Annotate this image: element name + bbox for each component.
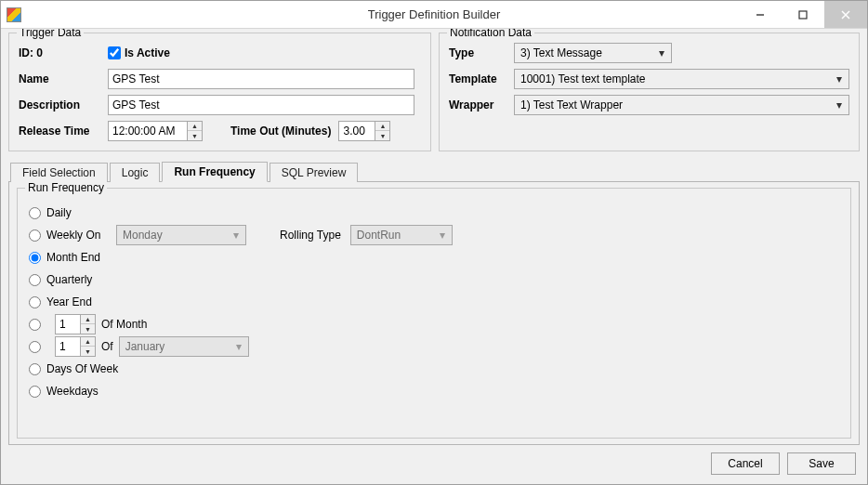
svg-rect-1 bbox=[799, 11, 807, 19]
name-input[interactable] bbox=[108, 69, 414, 89]
is-active-label: Is Active bbox=[125, 46, 170, 59]
radio-year-end-label: Year End bbox=[46, 295, 92, 308]
radio-of-month[interactable] bbox=[29, 319, 49, 331]
radio-weekdays-input[interactable] bbox=[29, 386, 41, 398]
window-title: Trigger Definition Builder bbox=[1, 7, 867, 21]
rolling-type-label: Rolling Type bbox=[280, 229, 341, 242]
radio-daily[interactable]: Daily bbox=[29, 206, 111, 219]
release-time-up[interactable]: ▲ bbox=[188, 122, 202, 131]
rolling-type-value: DontRun bbox=[357, 229, 435, 242]
release-time-down[interactable]: ▼ bbox=[188, 131, 202, 140]
save-button[interactable]: Save bbox=[787, 452, 856, 475]
template-label: Template bbox=[449, 72, 514, 85]
time-out-up[interactable]: ▲ bbox=[375, 122, 389, 131]
description-label: Description bbox=[19, 98, 108, 111]
of-month-input[interactable] bbox=[55, 314, 81, 334]
rolling-type-combo[interactable]: DontRun ▾ bbox=[350, 225, 453, 245]
tab-run-frequency[interactable]: Run Frequency bbox=[162, 162, 267, 182]
of-monthname-value: January bbox=[125, 340, 231, 353]
time-out-input[interactable] bbox=[338, 121, 375, 141]
radio-year-end-input[interactable] bbox=[29, 296, 41, 308]
cancel-button[interactable]: Cancel bbox=[711, 452, 780, 475]
description-input[interactable] bbox=[108, 95, 414, 115]
minimize-button[interactable] bbox=[739, 1, 782, 28]
notification-data-legend: Notification Data bbox=[447, 29, 534, 39]
radio-daily-label: Daily bbox=[46, 206, 72, 219]
client-area: Trigger Data ID: 0 Is Active Name Descri… bbox=[1, 29, 867, 484]
radio-weekdays[interactable]: Weekdays bbox=[29, 385, 111, 398]
maximize-button[interactable] bbox=[782, 1, 824, 28]
run-frequency-legend: Run Frequency bbox=[25, 181, 107, 194]
radio-weekly-on-input[interactable] bbox=[29, 229, 41, 242]
of-month-up[interactable]: ▲ bbox=[81, 315, 95, 324]
template-value: 10001) Test text template bbox=[520, 72, 832, 85]
radio-daily-input[interactable] bbox=[29, 207, 41, 219]
groupbox-notification-data: Notification Data Type 3) Text Message ▾… bbox=[439, 33, 860, 151]
tabpanel-run-frequency: Run Frequency Daily Weekly On Monday bbox=[8, 181, 860, 445]
radio-quarterly[interactable]: Quarterly bbox=[29, 273, 111, 286]
is-active-input[interactable] bbox=[108, 46, 121, 59]
weekly-day-combo[interactable]: Monday ▾ bbox=[116, 225, 246, 245]
weekly-day-value: Monday bbox=[123, 229, 229, 242]
radio-days-of-week-input[interactable] bbox=[29, 363, 41, 375]
of-monthname-up[interactable]: ▲ bbox=[81, 337, 95, 347]
window: Trigger Definition Builder Trigger Data … bbox=[0, 0, 868, 485]
of-label: Of bbox=[101, 340, 113, 353]
radio-days-of-week[interactable]: Days Of Week bbox=[29, 362, 140, 375]
tab-field-selection[interactable]: Field Selection bbox=[10, 163, 108, 182]
window-controls bbox=[739, 1, 867, 28]
of-monthname-combo[interactable]: January ▾ bbox=[119, 336, 249, 357]
time-out-label: Time Out (Minutes) bbox=[230, 125, 331, 138]
of-monthname-down[interactable]: ▼ bbox=[81, 347, 95, 356]
app-icon bbox=[7, 7, 21, 22]
radio-days-of-week-label: Days Of Week bbox=[46, 362, 118, 375]
groupbox-run-frequency: Run Frequency Daily Weekly On Monday bbox=[17, 188, 851, 439]
release-time-label: Release Time bbox=[19, 125, 108, 138]
radio-of-month-input[interactable] bbox=[29, 319, 41, 331]
top-row: Trigger Data ID: 0 Is Active Name Descri… bbox=[8, 33, 860, 151]
close-button[interactable] bbox=[824, 1, 867, 28]
release-time-input[interactable] bbox=[108, 121, 188, 141]
chevron-down-icon: ▾ bbox=[832, 96, 847, 114]
radio-of-monthname[interactable] bbox=[29, 341, 49, 353]
radio-weekdays-label: Weekdays bbox=[46, 385, 99, 398]
chevron-down-icon: ▾ bbox=[654, 44, 669, 62]
wrapper-value: 1) Test Text Wrapper bbox=[520, 98, 832, 111]
radio-month-end-input[interactable] bbox=[29, 252, 41, 264]
tab-logic[interactable]: Logic bbox=[110, 163, 161, 182]
wrapper-combo[interactable]: 1) Test Text Wrapper ▾ bbox=[514, 95, 849, 115]
of-month-spinner[interactable]: ▲ ▼ bbox=[55, 314, 96, 334]
name-label: Name bbox=[19, 72, 108, 85]
chevron-down-icon: ▾ bbox=[435, 226, 450, 244]
radio-of-monthname-input[interactable] bbox=[29, 341, 41, 353]
radio-weekly-on[interactable]: Weekly On bbox=[29, 229, 111, 242]
of-month-down[interactable]: ▼ bbox=[81, 324, 95, 334]
release-time-spinner[interactable]: ▲ ▼ bbox=[108, 121, 203, 141]
type-label: Type bbox=[449, 46, 514, 59]
of-monthname-input[interactable] bbox=[55, 336, 81, 357]
radio-month-end[interactable]: Month End bbox=[29, 251, 111, 264]
dialog-buttons: Cancel Save bbox=[8, 445, 860, 477]
of-monthname-spinner[interactable]: ▲ ▼ bbox=[55, 336, 96, 357]
chevron-down-icon: ▾ bbox=[832, 70, 847, 88]
radio-weekly-on-label: Weekly On bbox=[46, 229, 100, 242]
template-combo[interactable]: 10001) Test text template ▾ bbox=[514, 69, 849, 89]
radio-quarterly-input[interactable] bbox=[29, 274, 41, 286]
tab-sql-preview[interactable]: SQL Preview bbox=[270, 163, 359, 182]
trigger-data-legend: Trigger Data bbox=[17, 29, 84, 39]
tab-strip: Field Selection Logic Run Frequency SQL … bbox=[8, 161, 860, 181]
radio-quarterly-label: Quarterly bbox=[46, 273, 92, 286]
of-month-label: Of Month bbox=[101, 318, 147, 331]
time-out-down[interactable]: ▼ bbox=[375, 131, 389, 140]
titlebar: Trigger Definition Builder bbox=[1, 1, 867, 29]
radio-month-end-label: Month End bbox=[46, 251, 100, 264]
groupbox-trigger-data: Trigger Data ID: 0 Is Active Name Descri… bbox=[8, 33, 431, 151]
time-out-spinner[interactable]: ▲ ▼ bbox=[338, 121, 390, 141]
radio-year-end[interactable]: Year End bbox=[29, 295, 111, 308]
id-label: ID: 0 bbox=[19, 46, 108, 59]
is-active-checkbox[interactable]: Is Active bbox=[108, 46, 170, 59]
type-combo[interactable]: 3) Text Message ▾ bbox=[514, 43, 672, 63]
chevron-down-icon: ▾ bbox=[231, 337, 246, 356]
chevron-down-icon: ▾ bbox=[229, 226, 243, 244]
wrapper-label: Wrapper bbox=[449, 98, 514, 111]
